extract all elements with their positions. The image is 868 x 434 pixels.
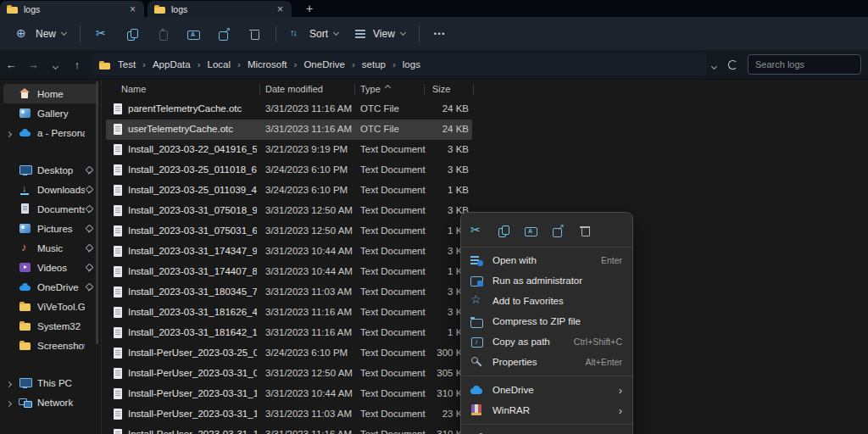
column-header-type[interactable]: Type (360, 84, 381, 94)
sort-button[interactable]: Sort (282, 22, 346, 46)
file-name: Install-PerUser_2023-03-31_174349_656-..… (128, 388, 257, 398)
context-menu-item-label: Properties (492, 357, 586, 367)
close-tab-icon[interactable] (128, 4, 137, 14)
file-date-modified: 3/31/2023 10:44 AM (265, 388, 353, 398)
column-divider[interactable] (473, 84, 474, 95)
file-row[interactable]: userTelemetryCache.otc 3/31/2023 11:16 A… (106, 120, 472, 140)
recent-locations-button[interactable] (44, 58, 66, 71)
sidebar-item[interactable]: Gallery (3, 103, 97, 123)
context-menu-item[interactable]: Properties Alt+Enter (461, 352, 632, 372)
back-button[interactable] (0, 58, 22, 71)
breadcrumb-item[interactable]: setup (362, 59, 403, 70)
quick-action-button[interactable] (493, 221, 514, 240)
sidebar-item[interactable]: ViVeTool.GUI.1.6.2.0 (3, 297, 97, 316)
breadcrumb-item[interactable]: OneDrive (303, 59, 361, 70)
context-menu-item[interactable]: Compress to ZIP file (461, 311, 632, 331)
context-menu-item-icon (470, 356, 483, 368)
column-header-name[interactable]: Name (121, 84, 146, 94)
toolbar-divider (419, 25, 420, 42)
context-menu-item[interactable]: Run as administrator (461, 270, 632, 291)
cut-icon (95, 27, 108, 41)
copy-button[interactable] (117, 22, 147, 46)
breadcrumb-item[interactable]: logs (403, 59, 420, 70)
forward-button[interactable] (22, 58, 44, 71)
context-menu-item[interactable]: Copy as path Ctrl+Shift+C (461, 331, 632, 352)
sidebar-item-icon (19, 88, 31, 99)
file-date-modified: 3/24/2023 6:10 PM (265, 164, 348, 175)
close-tab-icon[interactable] (275, 4, 285, 14)
column-divider[interactable] (424, 84, 425, 95)
sidebar-item[interactable]: Documents (3, 199, 97, 219)
sidebar-item[interactable]: Pictures (3, 219, 97, 238)
context-menu-item-shortcut: Ctrl+Shift+C (574, 337, 622, 347)
view-layout-icon (353, 27, 367, 41)
sidebar-scrollbar[interactable] (96, 81, 98, 344)
refresh-icon[interactable] (728, 60, 737, 70)
sidebar-item[interactable]: Network (3, 392, 97, 412)
expand-chevron-icon[interactable] (7, 398, 17, 408)
sidebar-item[interactable]: a - Personal (3, 123, 97, 142)
breadcrumb[interactable]: Test AppData Local Microsoft OneDrive se… (92, 53, 707, 75)
up-button[interactable] (66, 58, 88, 71)
quick-action-icon (497, 224, 510, 237)
quick-action-button[interactable] (548, 221, 568, 240)
context-menu-item[interactable] (462, 376, 632, 376)
column-header-date-modified[interactable]: Date modified (265, 84, 323, 94)
share-button[interactable] (209, 22, 239, 46)
new-button[interactable]: New (8, 22, 74, 46)
quick-action-icon (551, 224, 565, 237)
file-date-modified: 3/31/2023 11:03 AM (265, 287, 352, 297)
sidebar-item[interactable]: Screenshots (3, 336, 97, 355)
file-row[interactable]: Install_2023-03-25_011018_6460-1008 3/24… (106, 160, 868, 181)
explorer-tab[interactable]: logs (147, 1, 292, 17)
context-menu-item[interactable]: Open with Enter (461, 250, 632, 270)
file-row[interactable]: Install_2023-03-25_011039_4328-9032 3/24… (106, 181, 868, 201)
breadcrumb-item[interactable]: AppData (153, 59, 208, 70)
sidebar-item[interactable]: Videos (3, 258, 97, 277)
document-icon (114, 205, 122, 216)
rename-button[interactable] (178, 22, 209, 46)
expand-chevron-icon[interactable] (7, 128, 17, 138)
column-header-size[interactable]: Size (432, 84, 450, 94)
breadcrumb-item[interactable]: Test (118, 59, 153, 70)
sidebar-item[interactable]: System32 (3, 316, 97, 336)
sidebar-item[interactable]: Music (3, 238, 97, 258)
cut-button[interactable] (86, 22, 117, 46)
new-tab-button[interactable] (300, 2, 319, 17)
search-box[interactable] (748, 54, 861, 75)
breadcrumb-item[interactable]: Local (208, 59, 248, 70)
context-menu-item[interactable]: WinRAR (461, 400, 632, 420)
sidebar-item[interactable]: Desktop (3, 160, 97, 180)
breadcrumb-item[interactable]: Microsoft (248, 59, 304, 70)
view-button[interactable]: View (346, 22, 413, 46)
quick-action-button[interactable] (520, 221, 541, 240)
file-row[interactable]: Install_2023-03-22_041916_5340-4340 3/21… (106, 140, 868, 160)
sidebar-section-gap (0, 412, 101, 430)
context-menu-item[interactable]: OneDrive (461, 380, 632, 400)
sidebar-item[interactable]: This PC (3, 373, 97, 392)
paste-button[interactable] (147, 22, 178, 46)
quick-action-button[interactable] (575, 221, 595, 240)
context-menu-item[interactable]: Add to Favorites (461, 291, 632, 311)
sidebar-item[interactable]: Home (3, 84, 97, 103)
sidebar-item[interactable]: OneDrive (3, 277, 97, 297)
context-menu-item-icon (470, 315, 483, 327)
sidebar-item-label: Downloads (37, 185, 85, 195)
pin-icon (85, 225, 93, 233)
more-options-button[interactable] (426, 22, 456, 46)
context-menu-item[interactable] (462, 424, 632, 425)
sidebar-item-label: Network (37, 398, 85, 408)
file-name: Install_2023-03-31_174347_9792-9188 (128, 246, 257, 256)
sidebar-section: Home Gallery a - Personal (0, 84, 101, 160)
expand-chevron-icon[interactable] (7, 378, 17, 388)
quick-action-button[interactable] (466, 221, 487, 240)
delete-button[interactable] (239, 22, 270, 46)
address-dropdown-button[interactable] (712, 57, 716, 72)
file-row[interactable]: parentTelemetryCache.otc 3/31/2023 11:16… (106, 99, 868, 120)
sidebar-item[interactable]: Downloads (3, 180, 97, 199)
column-divider[interactable] (259, 84, 260, 95)
search-input[interactable] (755, 59, 854, 70)
explorer-tab[interactable]: logs (0, 1, 144, 17)
column-divider[interactable] (354, 84, 355, 95)
context-menu-item[interactable]: Show more options Shift+F10 (461, 428, 632, 434)
